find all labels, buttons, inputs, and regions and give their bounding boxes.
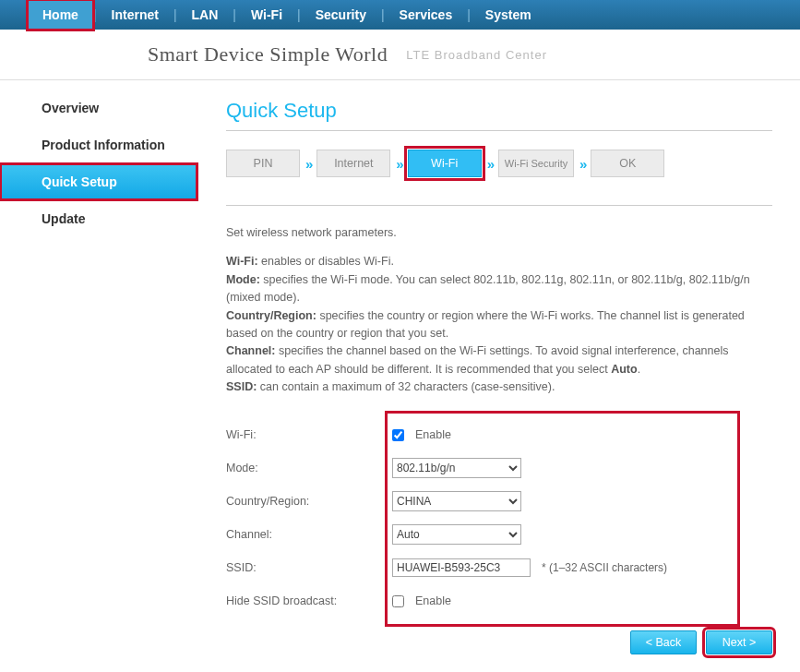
chevron-right-icon: »: [305, 156, 311, 172]
ssid-label: SSID:: [226, 561, 392, 574]
sidebar-item-update[interactable]: Update: [0, 200, 197, 237]
wizard-step-pin[interactable]: PIN: [226, 150, 300, 177]
brand-tagline: Smart Device Simple World: [148, 42, 388, 66]
hide-ssid-checkbox[interactable]: [392, 595, 404, 607]
wifi-enable-checkbox[interactable]: [392, 429, 404, 441]
wizard-steps: PIN » Internet » Wi-Fi » Wi-Fi Security …: [226, 150, 772, 177]
content-area: Quick Setup PIN » Internet » Wi-Fi » Wi-…: [198, 80, 800, 672]
wizard-step-internet[interactable]: Internet: [316, 150, 390, 177]
country-select[interactable]: CHINA: [392, 491, 521, 511]
ssid-hint: * (1–32 ASCII characters): [542, 561, 667, 574]
sidebar: Overview Product Information Quick Setup…: [0, 80, 198, 672]
page-title: Quick Setup: [226, 99, 772, 131]
description-block: Set wireless network parameters. Wi-Fi: …: [226, 224, 772, 396]
back-button[interactable]: < Back: [630, 630, 697, 654]
wifi-settings-form: Wi-Fi: Enable Mode: 802.11b/g/n Country/…: [226, 418, 772, 618]
wizard-step-wifi[interactable]: Wi-Fi: [408, 150, 482, 177]
wifi-enable-text: Enable: [415, 428, 451, 441]
next-button[interactable]: Next >: [706, 630, 772, 654]
footer-buttons: < Back Next >: [226, 630, 772, 654]
mode-select[interactable]: 802.11b/g/n: [392, 458, 521, 478]
wizard-step-wifi-security[interactable]: Wi-Fi Security: [498, 150, 574, 177]
brand-subtitle: LTE Broadband Center: [406, 48, 547, 62]
ssid-input[interactable]: [392, 558, 531, 577]
hide-ssid-label: Hide SSID broadcast:: [226, 594, 392, 607]
nav-services[interactable]: Services: [385, 0, 468, 30]
country-label: Country/Region:: [226, 495, 392, 508]
nav-internet[interactable]: Internet: [97, 0, 173, 30]
branding-bar: Smart Device Simple World LTE Broadband …: [0, 30, 800, 80]
nav-security[interactable]: Security: [301, 0, 381, 30]
nav-wifi[interactable]: Wi-Fi: [236, 0, 297, 30]
chevron-right-icon: »: [487, 156, 493, 172]
wifi-enable-label: Wi-Fi:: [226, 428, 392, 441]
sidebar-item-product-info[interactable]: Product Information: [0, 126, 197, 163]
chevron-right-icon: »: [396, 156, 401, 172]
nav-system[interactable]: System: [471, 0, 546, 30]
desc-intro: Set wireless network parameters.: [226, 224, 772, 242]
hide-ssid-text: Enable: [415, 594, 451, 607]
channel-label: Channel:: [226, 528, 392, 541]
wizard-step-ok[interactable]: OK: [591, 150, 664, 177]
channel-select[interactable]: Auto: [392, 524, 521, 545]
nav-lan[interactable]: LAN: [177, 0, 233, 30]
top-nav: Home| Internet| LAN| Wi-Fi| Security| Se…: [0, 0, 800, 30]
mode-label: Mode:: [226, 462, 392, 474]
chevron-right-icon: »: [579, 156, 585, 172]
sidebar-item-quick-setup[interactable]: Quick Setup: [0, 163, 197, 200]
sidebar-item-overview[interactable]: Overview: [0, 90, 197, 126]
nav-home[interactable]: Home: [28, 0, 93, 30]
